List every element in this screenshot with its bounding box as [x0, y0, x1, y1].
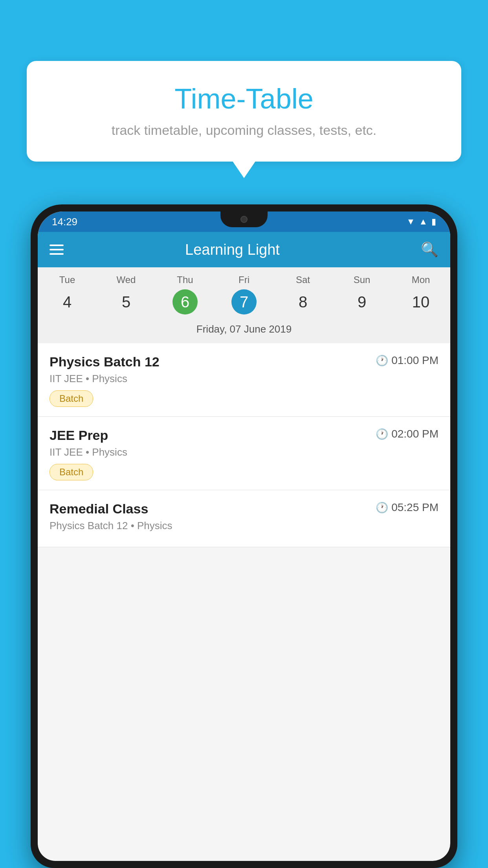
schedule-item-time-2: 🕐 02:00 PM	[376, 428, 438, 440]
selected-date-label: Friday, 07 June 2019	[38, 318, 450, 343]
schedule-item-title-3: Remedial Class	[50, 501, 148, 517]
day-mon[interactable]: Mon 10	[391, 274, 450, 314]
schedule-item-header-2: JEE Prep 🕐 02:00 PM	[50, 428, 438, 443]
search-icon[interactable]: 🔍	[421, 241, 438, 258]
day-num-thu: 6	[172, 289, 198, 314]
schedule-item-time-1: 🕐 01:00 PM	[376, 354, 438, 367]
menu-icon[interactable]	[50, 245, 64, 255]
schedule-item-subtitle-1: IIT JEE • Physics	[50, 373, 438, 385]
batch-badge-1: Batch	[50, 390, 93, 407]
hamburger-line-3	[50, 253, 64, 255]
day-num-mon: 10	[408, 289, 433, 314]
day-name-tue: Tue	[38, 274, 97, 285]
front-camera	[240, 216, 248, 223]
schedule-item-title-1: Physics Batch 12	[50, 354, 160, 370]
schedule-item-subtitle-3: Physics Batch 12 • Physics	[50, 520, 438, 532]
time-label-3: 05:25 PM	[391, 501, 438, 514]
status-time: 14:29	[52, 216, 77, 228]
schedule-list: Physics Batch 12 🕐 01:00 PM IIT JEE • Ph…	[38, 343, 450, 547]
schedule-item-time-3: 🕐 05:25 PM	[376, 501, 438, 514]
clock-icon-2: 🕐	[376, 428, 388, 440]
day-name-mon: Mon	[391, 274, 450, 285]
schedule-item-header-1: Physics Batch 12 🕐 01:00 PM	[50, 354, 438, 370]
app-title: Learning Light	[72, 241, 413, 258]
day-name-sun: Sun	[332, 274, 391, 285]
schedule-item-1[interactable]: Physics Batch 12 🕐 01:00 PM IIT JEE • Ph…	[38, 343, 450, 417]
schedule-item-title-2: JEE Prep	[50, 428, 108, 443]
tooltip-title: Time-Table	[50, 83, 438, 115]
day-num-wed: 5	[114, 289, 139, 314]
phone-inner: 14:29 ▼ ▲ ▮ Learning Light 🔍 Tue 4	[38, 211, 450, 861]
tooltip-card: Time-Table track timetable, upcoming cla…	[27, 61, 461, 162]
schedule-item-2[interactable]: JEE Prep 🕐 02:00 PM IIT JEE • Physics Ba…	[38, 417, 450, 490]
day-name-fri: Fri	[215, 274, 273, 285]
batch-badge-2: Batch	[50, 464, 93, 480]
day-num-sun: 9	[349, 289, 374, 314]
day-fri[interactable]: Fri 7	[215, 274, 273, 314]
time-label-2: 02:00 PM	[391, 428, 438, 440]
tooltip-subtitle: track timetable, upcoming classes, tests…	[50, 123, 438, 138]
clock-icon-3: 🕐	[376, 502, 388, 514]
hamburger-line-2	[50, 249, 64, 250]
day-name-wed: Wed	[97, 274, 156, 285]
app-bar: Learning Light 🔍	[38, 232, 450, 267]
schedule-item-header-3: Remedial Class 🕐 05:25 PM	[50, 501, 438, 517]
day-num-sat: 8	[290, 289, 316, 314]
phone-notch	[220, 211, 268, 227]
wifi-icon: ▼	[406, 217, 415, 227]
day-num-tue: 4	[55, 289, 80, 314]
day-name-thu: Thu	[156, 274, 215, 285]
time-label-1: 01:00 PM	[391, 354, 438, 367]
signal-icon: ▲	[419, 217, 427, 227]
status-icons: ▼ ▲ ▮	[406, 217, 436, 227]
day-sun[interactable]: Sun 9	[332, 274, 391, 314]
day-wed[interactable]: Wed 5	[97, 274, 156, 314]
day-num-fri: 7	[231, 289, 257, 314]
hamburger-line-1	[50, 245, 64, 246]
battery-icon: ▮	[431, 217, 436, 227]
day-sat[interactable]: Sat 8	[273, 274, 332, 314]
schedule-item-3[interactable]: Remedial Class 🕐 05:25 PM Physics Batch …	[38, 490, 450, 547]
calendar-header: Tue 4 Wed 5 Thu 6 Fri 7 Sat 8 Sun 9	[38, 267, 450, 318]
phone-frame: 14:29 ▼ ▲ ▮ Learning Light 🔍 Tue 4	[31, 204, 457, 868]
day-tue[interactable]: Tue 4	[38, 274, 97, 314]
clock-icon-1: 🕐	[376, 355, 388, 367]
day-thu[interactable]: Thu 6	[156, 274, 215, 314]
day-name-sat: Sat	[273, 274, 332, 285]
schedule-item-subtitle-2: IIT JEE • Physics	[50, 446, 438, 458]
